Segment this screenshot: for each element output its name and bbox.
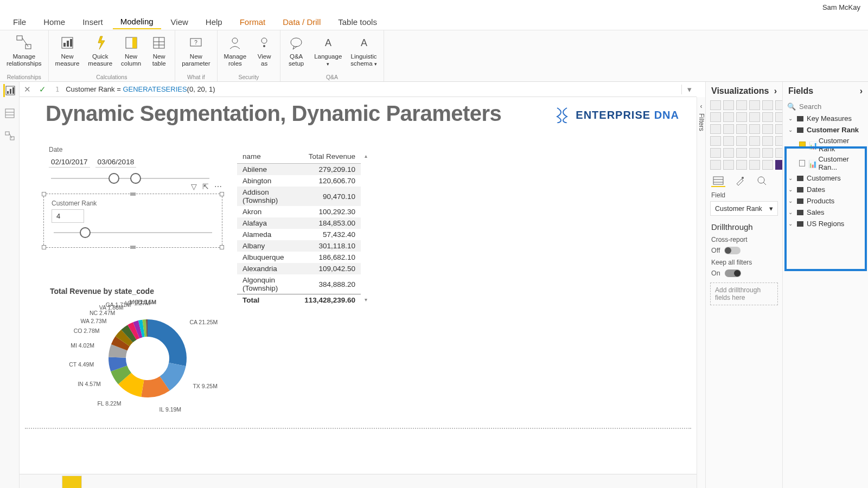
tab-data-drill[interactable]: Data / Drill: [275, 15, 328, 29]
view-as-button[interactable]: View as: [252, 31, 277, 69]
viz-type-button[interactable]: [762, 112, 773, 122]
date-slicer[interactable]: Date 02/10/2017 03/06/2018: [49, 146, 212, 184]
viz-type-button[interactable]: [749, 112, 760, 122]
field-well[interactable]: Customer Rank▾: [710, 201, 778, 216]
field-table-us-regions[interactable]: ⌄US Regions: [784, 218, 867, 229]
drillthrough-drop-zone[interactable]: Add drillthrough fields here: [710, 282, 778, 305]
analytics-tab-button[interactable]: [755, 175, 769, 187]
qa-setup-button[interactable]: Q&A setup: [284, 31, 309, 69]
field-table-customer-rank[interactable]: ⌄Customer Rank: [784, 124, 867, 136]
rank-slider[interactable]: [52, 227, 214, 238]
date-from[interactable]: 02/10/2017: [49, 157, 90, 168]
field-item[interactable]: 📊Customer Ran...: [784, 154, 867, 172]
manage-roles-button[interactable]: Manage roles: [221, 31, 250, 69]
fields-tab-button[interactable]: [711, 175, 725, 187]
viz-type-button[interactable]: [723, 100, 734, 110]
new-column-button[interactable]: New column: [118, 31, 144, 69]
viz-type-button[interactable]: [736, 112, 747, 122]
quick-measure-button[interactable]: Quick measure: [85, 31, 116, 69]
search-input[interactable]: [799, 102, 868, 111]
field-table-key-measures[interactable]: ⌄Key Measures: [784, 113, 867, 124]
field-table-products[interactable]: ⌄Products: [784, 195, 867, 207]
viz-type-button[interactable]: [723, 136, 734, 146]
viz-type-button[interactable]: [736, 148, 747, 158]
viz-type-button[interactable]: [710, 136, 721, 146]
viz-type-button[interactable]: [749, 100, 760, 110]
table-row[interactable]: Algonquin (Township)384,888.20: [237, 274, 361, 294]
viz-type-button[interactable]: [762, 148, 773, 158]
page-tab-active[interactable]: [62, 476, 82, 488]
chevron-right-icon[interactable]: ›: [860, 86, 863, 96]
language-button[interactable]: A Language▾: [311, 31, 345, 69]
viz-type-button[interactable]: [749, 136, 760, 146]
keep-filters-toggle[interactable]: [725, 269, 741, 277]
date-slider[interactable]: [49, 173, 212, 184]
model-view-button[interactable]: [3, 130, 16, 143]
viz-type-button[interactable]: [710, 112, 721, 122]
tab-modeling[interactable]: Modeling: [113, 15, 161, 29]
rank-slider-handle[interactable]: [80, 227, 91, 238]
new-measure-button[interactable]: New measure: [52, 31, 83, 69]
new-parameter-button[interactable]: ? New parameter: [178, 31, 213, 69]
col-name[interactable]: name: [237, 150, 299, 164]
table-row[interactable]: Akron100,292.30: [237, 206, 361, 217]
col-revenue[interactable]: Total Revenue: [299, 150, 361, 164]
field-table-dates[interactable]: ⌄Dates: [784, 184, 867, 195]
table-row[interactable]: Alexandria109,042.50: [237, 263, 361, 274]
customer-rank-slicer[interactable]: ▽ ⇱ ⋯ Customer Rank 4: [43, 194, 222, 248]
viz-type-button[interactable]: [710, 124, 721, 134]
cross-report-toggle[interactable]: [724, 247, 741, 254]
new-table-button[interactable]: New table: [146, 31, 171, 69]
formula-input[interactable]: Customer Rank = GENERATESERIES(0, 20, 1): [62, 85, 681, 93]
viz-type-button[interactable]: [710, 160, 721, 170]
formula-expand-button[interactable]: ▾: [681, 85, 697, 94]
viz-type-button[interactable]: [762, 136, 773, 146]
tab-help[interactable]: Help: [198, 15, 230, 29]
viz-type-button[interactable]: [723, 124, 734, 134]
tab-insert[interactable]: Insert: [75, 15, 111, 29]
chevron-right-icon[interactable]: ›: [774, 86, 777, 96]
viz-type-button[interactable]: [736, 136, 747, 146]
field-item[interactable]: 📊Customer Rank: [784, 136, 867, 154]
viz-type-button[interactable]: [723, 160, 734, 170]
tab-format[interactable]: Format: [232, 15, 273, 29]
viz-type-button[interactable]: [762, 160, 773, 170]
table-row[interactable]: Albany301,118.10: [237, 240, 361, 252]
field-table-sales[interactable]: ⌄Sales: [784, 207, 867, 218]
table-row[interactable]: Albuquerque186,682.10: [237, 252, 361, 263]
table-row[interactable]: Addison (Township)90,470.10: [237, 187, 361, 206]
viz-type-button[interactable]: [749, 124, 760, 134]
rank-value-input[interactable]: 4: [52, 209, 84, 223]
slider-handle-from[interactable]: [108, 173, 119, 184]
viz-type-button[interactable]: [736, 100, 747, 110]
viz-type-button[interactable]: [762, 124, 773, 134]
manage-relationships-button[interactable]: Manage relationships: [3, 31, 45, 69]
table-row[interactable]: Abington120,606.70: [237, 175, 361, 187]
donut-chart[interactable]: Total Revenue by state_code CA 21.25MTX …: [50, 287, 245, 418]
tab-file[interactable]: File: [5, 15, 34, 29]
table-row[interactable]: Alafaya184,853.00: [237, 217, 361, 229]
viz-type-button[interactable]: [736, 124, 747, 134]
focus-mode-icon[interactable]: ⇱: [202, 182, 209, 191]
data-view-button[interactable]: [3, 107, 16, 120]
viz-type-button[interactable]: [710, 148, 721, 158]
slider-handle-to[interactable]: [130, 173, 141, 184]
filter-icon[interactable]: ▽: [191, 182, 197, 191]
report-view-button[interactable]: [3, 84, 16, 97]
date-to[interactable]: 03/06/2018: [95, 157, 137, 168]
table-row[interactable]: Abilene279,209.10: [237, 164, 361, 176]
formula-commit-button[interactable]: ✓: [35, 85, 50, 94]
field-table-customers[interactable]: ⌄Customers: [784, 172, 867, 184]
viz-type-button[interactable]: [710, 100, 721, 110]
viz-type-button[interactable]: [723, 148, 734, 158]
tab-table-tools[interactable]: Table tools: [330, 15, 385, 29]
format-tab-button[interactable]: [733, 175, 747, 187]
viz-type-button[interactable]: [736, 160, 747, 170]
viz-type-button[interactable]: [723, 112, 734, 122]
report-canvas[interactable]: Dynamic Segmentation, Dynamic Parameters…: [20, 97, 697, 488]
viz-type-button[interactable]: [762, 100, 773, 110]
tab-view[interactable]: View: [163, 15, 196, 29]
more-options-icon[interactable]: ⋯: [214, 182, 222, 191]
filters-pane-collapsed[interactable]: ‹ Filters: [697, 97, 705, 488]
linguistic-schema-button[interactable]: A Linguistic schema ▾: [347, 31, 380, 69]
